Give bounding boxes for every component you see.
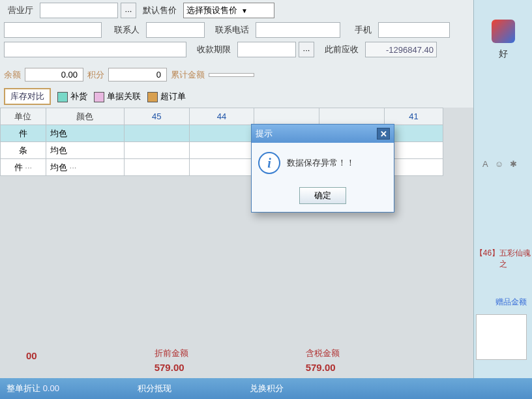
- whole-discount: 整单折让 0.00: [7, 383, 59, 394]
- close-icon[interactable]: ✕: [377, 128, 390, 140]
- col-45[interactable]: 45: [124, 108, 189, 125]
- contact-phone-input[interactable]: [256, 22, 340, 38]
- prev-receivable-label: 此前应收: [317, 44, 362, 55]
- ok-side-button[interactable]: 好: [474, 48, 532, 60]
- cell-unit: 件: [1, 125, 46, 142]
- grid-header-row: 单位 颜色 45 44 41: [1, 108, 443, 125]
- hall-label: 营业厅: [4, 5, 37, 16]
- taxed-value: 579.00: [306, 362, 340, 373]
- bottom-bar: 整单折让 0.00 积分抵现 兑换积分: [0, 378, 532, 399]
- sum-value: [209, 73, 254, 77]
- col-44[interactable]: 44: [189, 108, 254, 125]
- mini-panel: [476, 314, 527, 360]
- price-preset-value: 选择预设售价: [186, 5, 237, 16]
- points-deduct-label: 积分抵现: [138, 383, 171, 394]
- footer-col-1: 00: [26, 347, 37, 373]
- sum-label: 累计金额: [171, 69, 205, 81]
- contact-phone-label: 联系电话: [207, 24, 253, 36]
- receive-term-lookup-button[interactable]: ···: [299, 42, 314, 57]
- news-link[interactable]: 【46】五彩仙魂之: [474, 248, 532, 270]
- swatch-relate: [94, 92, 104, 102]
- balance-label: 余额: [4, 69, 21, 81]
- dialog-message: 数据保存异常！！: [287, 157, 355, 169]
- cell-color: 均色: [46, 125, 124, 142]
- form-area: 营业厅 ··· 默认售价 选择预设售价 ▼ 联系人 联系电话 手机 收款期限 ·…: [0, 0, 532, 64]
- receive-term-input[interactable]: [237, 42, 296, 57]
- star-icon[interactable]: ✱: [510, 159, 524, 169]
- face-icon[interactable]: ☺: [495, 159, 510, 169]
- cell-unit: 件 ···: [1, 159, 46, 176]
- hall-lookup-button[interactable]: ···: [121, 3, 136, 18]
- col-unit[interactable]: 单位: [1, 108, 46, 125]
- mobile-label: 手机: [343, 24, 376, 36]
- cell-color: 均色: [46, 142, 124, 159]
- mobile-input[interactable]: [378, 22, 450, 38]
- legend-overorder: 超订单: [147, 91, 186, 102]
- alert-dialog: 提示 ✕ i 数据保存异常！！ 确定: [251, 124, 394, 213]
- legend-replenish: 补货: [57, 91, 87, 102]
- contact-input[interactable]: [146, 22, 205, 38]
- col-41[interactable]: 41: [385, 108, 443, 125]
- blank-input-2[interactable]: [4, 42, 186, 57]
- points-label: 积分: [87, 69, 104, 81]
- chevron-down-icon: ▼: [241, 7, 248, 14]
- contact-label: 联系人: [104, 24, 143, 36]
- footer-col-prediscount: 折前金额 579.00: [155, 347, 188, 373]
- dialog-ok-button[interactable]: 确定: [299, 187, 346, 204]
- gift-amount-label: 赠品金额: [495, 297, 527, 308]
- side-toolbar: A☺✱: [474, 158, 532, 170]
- balance-row: 余额 0.00 积分 0 累计金额 折扣 100: [0, 64, 532, 85]
- blank-input-1[interactable]: [4, 22, 102, 38]
- footer-val-1: 00: [26, 350, 37, 361]
- text-a-icon[interactable]: A: [482, 159, 495, 169]
- receive-term-label: 收款期限: [189, 44, 235, 55]
- swatch-overorder: [147, 92, 158, 102]
- info-icon: i: [258, 152, 280, 174]
- footer-amounts: 00 折前金额 579.00 含税金额 579.00: [0, 347, 532, 373]
- prev-receivable-value: -1296847.40: [365, 42, 437, 57]
- balance-value: 0.00: [25, 68, 83, 81]
- prediscount-value: 579.00: [155, 362, 188, 373]
- default-price-label: 默认售价: [139, 5, 181, 16]
- points-value: 0: [108, 68, 167, 81]
- hall-input[interactable]: [40, 3, 118, 18]
- legend-row: 库存对比 补货 单据关联 超订单: [0, 85, 532, 108]
- price-preset-dropdown[interactable]: 选择预设售价 ▼: [183, 3, 274, 18]
- redeem-points-label: 兑换积分: [250, 383, 284, 394]
- footer-col-taxed: 含税金额 579.00: [306, 347, 340, 373]
- swatch-replenish: [57, 92, 68, 102]
- cell-unit: 条: [1, 142, 46, 159]
- taxed-label: 含税金额: [306, 347, 340, 359]
- cell-color: 均色 ···: [46, 159, 124, 176]
- dialog-titlebar[interactable]: 提示 ✕: [252, 125, 394, 143]
- legend-relate: 单据关联: [94, 91, 141, 102]
- dialog-title: 提示: [256, 128, 273, 140]
- prediscount-label: 折前金额: [155, 347, 188, 359]
- inventory-compare-button[interactable]: 库存对比: [4, 88, 51, 105]
- app-logo-icon: [492, 20, 515, 43]
- col-color[interactable]: 颜色: [46, 108, 124, 125]
